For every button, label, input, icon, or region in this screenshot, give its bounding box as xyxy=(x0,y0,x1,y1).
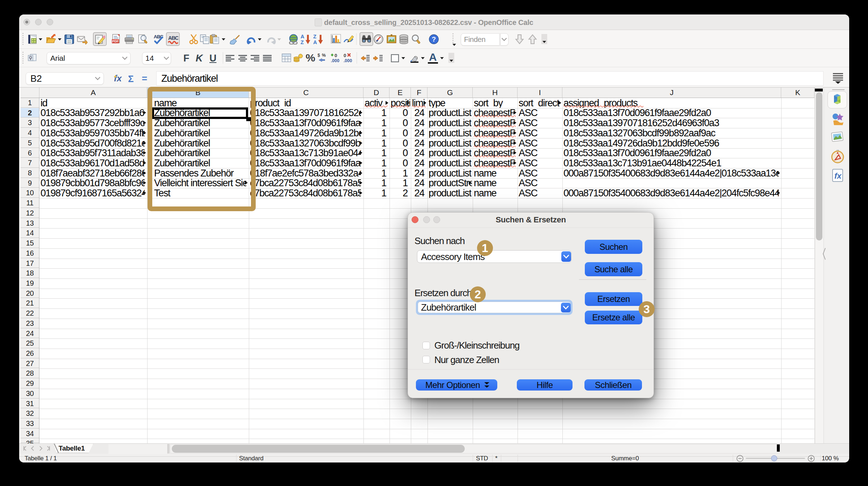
svg-text:fx: fx xyxy=(834,171,842,180)
svg-text:.000: .000 xyxy=(344,58,352,63)
svg-text:Z: Z xyxy=(301,39,304,44)
svg-text:Σ: Σ xyxy=(128,73,134,84)
svg-text:A: A xyxy=(301,34,305,39)
svg-text:ABC: ABC xyxy=(168,35,178,41)
svg-text:A: A xyxy=(313,39,317,44)
svg-text:%: % xyxy=(322,53,326,58)
svg-text:Z: Z xyxy=(313,34,316,39)
svg-text:0: 0 xyxy=(344,53,346,58)
svg-text:.000: .000 xyxy=(331,58,340,63)
svg-text:PDF: PDF xyxy=(112,39,119,43)
svg-text:=: = xyxy=(142,73,147,84)
svg-text:0: 0 xyxy=(335,53,337,58)
svg-text:?: ? xyxy=(432,35,436,43)
svg-text:$: $ xyxy=(318,53,320,58)
svg-text:N: N xyxy=(837,150,839,152)
svg-text:fx: fx xyxy=(114,73,122,83)
